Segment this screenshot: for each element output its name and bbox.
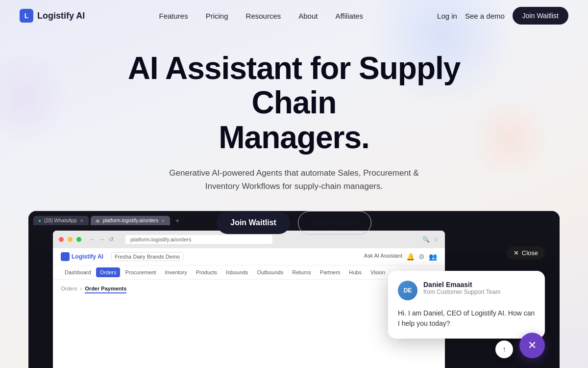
chat-fab-button[interactable]: ✕ (519, 333, 545, 358)
chat-close-button[interactable]: ✕ Close (507, 246, 545, 260)
join-waitlist-hero-button[interactable]: Join Waitlist (217, 211, 290, 234)
app-org-selector[interactable]: Fresha Dairy Brands Demo (111, 252, 183, 261)
app-navigation: Dashboard Orders Procurement Inventory P… (53, 265, 445, 280)
scroll-to-top-button[interactable]: ↑ (495, 341, 513, 358)
login-button[interactable]: Log in (437, 12, 457, 20)
logo-icon: L (20, 9, 33, 23)
nav-returns[interactable]: Returns (288, 267, 315, 277)
app-content: Logistify AI Fresha Dairy Brands Demo As… (53, 248, 445, 368)
users-icon[interactable]: 👥 (429, 253, 437, 261)
nav-partners[interactable]: Partners (316, 267, 344, 277)
nav-link-pricing[interactable]: Pricing (206, 12, 228, 20)
app-header: Logistify AI Fresha Dairy Brands Demo As… (53, 248, 445, 265)
hero-section: AI Assistant for Supply Chain Managers. … (0, 31, 588, 244)
see-demo-button[interactable]: See a demo (465, 12, 505, 20)
nav-link-features[interactable]: Features (159, 12, 188, 20)
nav-products[interactable]: Products (192, 267, 221, 277)
chat-header: DE Daniel Emaasit from Customer Support … (398, 281, 535, 300)
chat-agent-team: from Customer Support Team (423, 289, 500, 295)
chat-widget: ✕ Close DE Daniel Emaasit from Customer … (388, 271, 545, 339)
app-body: Orders › Order Payments (53, 280, 445, 368)
breadcrumb: Orders › Order Payments (61, 286, 437, 293)
nav-vision[interactable]: Vision (367, 267, 389, 277)
join-waitlist-nav-button[interactable]: Join Waitlist (513, 7, 568, 25)
nav-link-about[interactable]: About (298, 12, 318, 20)
nav-orders[interactable]: Orders (96, 267, 121, 277)
settings-icon[interactable]: ⚙ (418, 253, 425, 261)
nav-outbounds[interactable]: Outbounds (253, 267, 287, 277)
app-logo: Logistify AI (61, 252, 103, 261)
nav-link-resources[interactable]: Resources (246, 12, 281, 20)
hero-buttons: Join Waitlist Watch Demo (10, 211, 578, 235)
nav-links: Features Pricing Resources About Affilia… (159, 12, 363, 20)
close-x-icon: ✕ (514, 249, 519, 257)
logo-text: Logistify AI (37, 11, 85, 21)
chat-message: Hi. I am Daniel, CEO of Logistify AI. Ho… (398, 308, 535, 329)
chat-agent-avatar: DE (398, 281, 417, 300)
hero-subtitle: Generative AI-powered Agents that automa… (167, 166, 421, 193)
bell-icon: 🔔 (406, 253, 415, 261)
nav-dashboard[interactable]: Dashboard (61, 267, 95, 277)
chat-agent-name: Daniel Emaasit (423, 281, 500, 289)
nav-hubs[interactable]: Hubs (345, 267, 366, 277)
nav-logo-area: L Logistify AI (20, 9, 85, 23)
nav-inbounds[interactable]: Inbounds (222, 267, 252, 277)
browser-window: ← → ↺ platform.logistify.ai/orders 🔍 ☆ L… (53, 231, 445, 368)
ai-assistant-label[interactable]: Ask AI Assistant (364, 253, 402, 261)
nav-inventory[interactable]: Inventory (161, 267, 191, 277)
nav-right-actions: Log in See a demo Join Waitlist (437, 7, 568, 25)
navbar: L Logistify AI Features Pricing Resource… (0, 0, 588, 31)
app-header-icons: Ask AI Assistant 🔔 ⚙ 👥 (364, 253, 437, 261)
chat-agent-info: Daniel Emaasit from Customer Support Tea… (423, 281, 500, 295)
hero-title: AI Assistant for Supply Chain Managers. (108, 51, 480, 155)
watch-demo-button[interactable]: Watch Demo (298, 211, 371, 235)
nav-procurement[interactable]: Procurement (121, 267, 160, 277)
nav-link-affiliates[interactable]: Affiliates (335, 12, 363, 20)
